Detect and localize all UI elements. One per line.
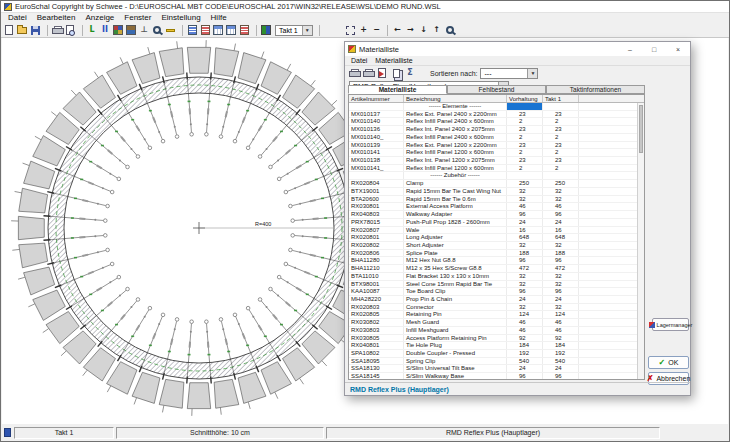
print-icon[interactable] — [51, 24, 63, 36]
tab-materialliste[interactable]: Materialliste — [348, 85, 447, 94]
vertical-scrollbar[interactable] — [637, 103, 644, 379]
table-row[interactable]: RX020804Clamp250250 — [349, 180, 644, 188]
minimize-button[interactable]: – — [618, 42, 642, 56]
dimension-tool-icon[interactable]: ⊥ — [138, 24, 150, 36]
table-row[interactable]: RX020807Wale1616 — [349, 227, 644, 235]
table-row[interactable]: ------ Zubehör ------ — [349, 172, 644, 180]
table-row[interactable]: RX020803Connector3232 — [349, 304, 644, 312]
table-cell — [579, 257, 644, 264]
save-icon[interactable] — [29, 24, 41, 36]
table-row[interactable]: RX030803Infill Meshguard4646 — [349, 327, 644, 335]
menu-bearbeiten[interactable]: Bearbeiten — [32, 13, 81, 23]
table-row[interactable]: BTA20600Rapid 15mm Bar Tie 0.6m3232 — [349, 196, 644, 204]
zoom-fit-icon[interactable] — [345, 24, 357, 36]
pan-up-icon[interactable]: ↑ — [431, 24, 443, 36]
table-row[interactable]: BTA11010Flat Bracket 130 x 130 x 10mm323… — [349, 273, 644, 281]
print-preview-icon[interactable] — [64, 24, 76, 36]
wall-tool-icon[interactable]: L — [86, 24, 98, 36]
pan-right-icon[interactable]: → — [405, 24, 417, 36]
zoom-icon[interactable] — [444, 24, 456, 36]
table-row[interactable]: RX040801Tie Hole Plug184184 — [349, 342, 644, 350]
copy-icon[interactable] — [390, 67, 402, 79]
dialog-toolbar: Σ Sortieren nach: --- ▼ — [345, 66, 690, 80]
table-row[interactable]: RX020801Long Adjuster648648 — [349, 234, 644, 242]
menu-anzeige[interactable]: Anzeige — [80, 13, 119, 23]
table-row[interactable]: BHA11280M12 Hex Nut G8.89696 — [349, 257, 644, 265]
ok-button[interactable]: ✓ OK — [648, 356, 689, 369]
table-row[interactable]: ------ Elemente ------ — [349, 103, 644, 111]
table-row[interactable]: SSA18145S/Slim Walkway Base9696 — [349, 373, 644, 380]
table-cell: 472 — [507, 265, 543, 272]
elements-tool-icon[interactable] — [112, 24, 124, 36]
lagermanager-button[interactable]: Lagermanager — [652, 318, 689, 331]
scrollbar-thumb[interactable] — [639, 105, 643, 153]
parts-list-icon[interactable] — [199, 24, 211, 36]
open-file-icon[interactable] — [16, 24, 28, 36]
erase-tool-icon[interactable] — [164, 24, 176, 36]
menu-datei[interactable]: Datei — [3, 13, 32, 23]
report-icon[interactable] — [238, 24, 250, 36]
table-row[interactable]: MX010141_Reflex Infill Panel 1200 x 600m… — [349, 165, 644, 173]
column-header[interactable]: Artikelnummer — [349, 95, 404, 102]
table-row[interactable]: MHA28220Prop Pin & Chain2424 — [349, 296, 644, 304]
table-row[interactable]: MX010141Reflex Infill Panel 1200 x 600mm… — [349, 149, 644, 157]
column-header[interactable]: Takt 1 — [543, 95, 579, 102]
takt-icon[interactable] — [260, 24, 272, 36]
table-row[interactable]: PRX78015Push-Pull Prop 1828 - 2600mm2424 — [349, 219, 644, 227]
element-table-icon[interactable] — [212, 24, 224, 36]
table-row[interactable]: MX010139Reflex Ext. Panel 1200 x 2200mm2… — [349, 142, 644, 150]
dialog-menu-materialliste[interactable]: Materialliste — [371, 56, 416, 66]
maximize-button[interactable]: □ — [642, 42, 666, 56]
menu-einstellung[interactable]: Einstellung — [156, 13, 205, 23]
table-row[interactable]: SSA18130S/Slim Universal Tilt Base2424 — [349, 365, 644, 373]
table-row[interactable]: SPA10802Double Coupler - Pressed192192 — [349, 350, 644, 358]
chevron-down-icon[interactable]: ▼ — [527, 69, 537, 78]
column-header[interactable]: Bezeichnung — [404, 95, 507, 102]
table-cell: 192 — [543, 350, 579, 357]
table-row[interactable]: KAA10087Toe Board Clip9696 — [349, 288, 644, 296]
table-row[interactable]: BHA11210M12 x 35 Hex S/Screw G8.8472472 — [349, 265, 644, 273]
new-file-icon[interactable] — [3, 24, 15, 36]
material-list-icon[interactable] — [186, 24, 198, 36]
column-header[interactable]: Vorhaltung — [507, 95, 543, 102]
table-row[interactable]: RX040803Walkway Adapter9696 — [349, 211, 644, 219]
print-list-icon[interactable] — [362, 67, 374, 79]
pan-left-icon[interactable]: ← — [392, 24, 404, 36]
takt-select[interactable]: Takt 1▼ — [275, 25, 313, 36]
zoom-out-icon[interactable]: − — [371, 24, 383, 36]
table-row[interactable]: MX010140_Reflex Infill Panel 2400 x 600m… — [349, 134, 644, 142]
close-button[interactable]: × — [666, 42, 690, 56]
table-row[interactable]: RX030805Access Platform Retaining Pin929… — [349, 335, 644, 343]
export-icon[interactable] — [376, 67, 388, 79]
table-row[interactable]: BTX19001Rapid 15mm Bar Tie Cast Wing Nut… — [349, 188, 644, 196]
table-row[interactable]: RX020806Splice Plate188188 — [349, 250, 644, 258]
tab-fehlbestand[interactable]: Fehlbestand — [447, 85, 546, 94]
table-cell: RX020801 — [349, 234, 404, 241]
dialog-menu-datei[interactable]: Datei — [347, 56, 371, 66]
table-row[interactable]: MX010136Reflex Int. Panel 2400 x 2075mm2… — [349, 126, 644, 134]
zoom-window-icon[interactable] — [151, 24, 163, 36]
tab-taktinformationen[interactable]: Taktinformationen — [546, 85, 645, 94]
table-row[interactable]: RX020805Retaining Pin124124 — [349, 311, 644, 319]
formwork-tool-icon[interactable]: II — [99, 24, 111, 36]
table-row[interactable]: BTX98001Steel Cone 15mm Rapid Bar Tie323… — [349, 281, 644, 289]
pan-down-icon[interactable]: ↓ — [418, 24, 430, 36]
table-row[interactable]: MX010137Reflex Ext. Panel 2400 x 2200mm2… — [349, 111, 644, 119]
chevron-down-icon[interactable]: ▼ — [302, 26, 312, 35]
table-row[interactable]: RX030802Mesh Guard4646 — [349, 319, 644, 327]
print-icon[interactable] — [348, 67, 360, 79]
sum-icon[interactable]: Σ — [404, 67, 416, 79]
cycle-table-icon[interactable] — [225, 24, 237, 36]
sort-combobox[interactable]: --- ▼ — [480, 68, 538, 79]
table-row[interactable]: SSA18095Spring Clip540540 — [349, 358, 644, 366]
table-cell: 192 — [507, 350, 543, 357]
table-row[interactable]: RX020802Short Adjuster3232 — [349, 242, 644, 250]
dialog-titlebar[interactable]: Materialliste – □ × — [345, 42, 690, 56]
table-row[interactable]: MX010138Reflex Int. Panel 1200 x 2075mm2… — [349, 157, 644, 165]
table-row[interactable]: RX030801External Access Platform4646 — [349, 203, 644, 211]
zoom-in-icon[interactable]: + — [358, 24, 370, 36]
support-tool-icon[interactable] — [125, 24, 137, 36]
menu-hilfe[interactable]: Hilfe — [206, 13, 232, 23]
menu-fenster[interactable]: Fenster — [119, 13, 156, 23]
table-row[interactable]: MX010140Reflex Infill Panel 2400 x 600mm… — [349, 118, 644, 126]
